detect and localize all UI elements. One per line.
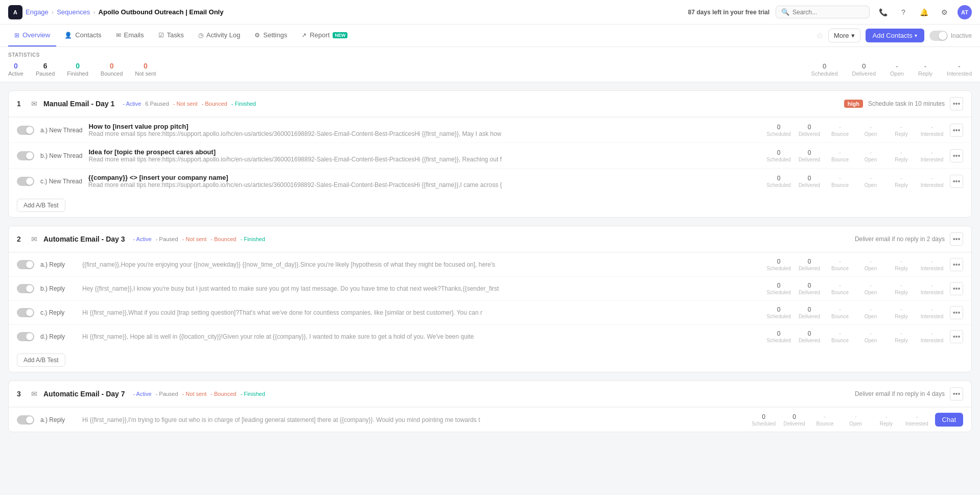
add-contacts-button[interactable]: Add Contacts ▾	[866, 29, 924, 42]
avatar[interactable]: AT	[958, 5, 972, 19]
more-label: More	[834, 32, 849, 39]
email-menu-1-b[interactable]: •••	[950, 149, 963, 162]
step-header-right-2: Deliver email if no reply in 2 days •••	[855, 232, 963, 246]
stat-scheduled-label: Scheduled	[811, 70, 838, 77]
email-toggle-3-a[interactable]	[17, 415, 34, 425]
stat-interested: - Interested	[947, 62, 972, 77]
email-toggle-2-c[interactable]	[17, 308, 34, 317]
star-button[interactable]: ☆	[816, 31, 823, 40]
step-meta-2: Deliver email if no reply in 2 days	[855, 235, 945, 243]
stat-interested-label: Interested	[947, 70, 972, 77]
settings-icon[interactable]: ⚙	[937, 5, 951, 19]
step-num-1: 1	[17, 100, 25, 108]
add-ab-button-1[interactable]: Add A/B Test	[17, 199, 65, 212]
step-card-3: 3 ✉ Automatic Email - Day 7 - Active - P…	[8, 381, 972, 432]
email-content-3-a[interactable]: Hi {{first_name}},I'm trying to figure o…	[82, 416, 745, 423]
tab-tasks[interactable]: ☑ Tasks	[152, 25, 190, 46]
email-menu-1-a[interactable]: •••	[950, 124, 963, 137]
stat-active-label: Active	[8, 70, 24, 77]
stat-open-num: -	[896, 62, 898, 70]
email-toggle-1-c[interactable]	[17, 177, 34, 186]
email-label-2-b: b.) Reply	[40, 285, 76, 292]
activity-icon: ◷	[198, 32, 203, 39]
email-content-2-c[interactable]: Hi {{first_name}},What if you could [tra…	[82, 309, 760, 316]
email-menu-1-c[interactable]: •••	[950, 175, 963, 188]
stats-right: 0 Scheduled 0 Delivered - Open - Reply -…	[811, 62, 972, 77]
add-ab-row-1: Add A/B Test	[9, 194, 971, 217]
email-toggle-1-b[interactable]	[17, 151, 34, 160]
search-box[interactable]: 🔍	[776, 6, 870, 18]
tab-settings[interactable]: ⚙ Settings	[248, 25, 293, 46]
step-header-2: 2 ✉ Automatic Email - Day 3 - Active - P…	[9, 226, 971, 252]
chat-button[interactable]: Chat	[935, 413, 963, 427]
step-meta-1: Schedule task in 10 minutes	[868, 100, 945, 107]
step-header-right-1: high Schedule task in 10 minutes •••	[844, 97, 963, 110]
stat-finished: 0 Finished	[67, 62, 88, 77]
email-content-2-d[interactable]: Hi {{first_name}}, Hope all is well in {…	[82, 333, 760, 340]
tab-report[interactable]: ↗ Report NEW	[295, 25, 354, 46]
email-row-2-b: b.) Reply Hey {{first_name}},I know you'…	[9, 276, 971, 300]
email-toggle-2-b[interactable]	[17, 284, 34, 293]
email-content-1-a[interactable]: How to [insert value prop pitch] Read mo…	[88, 123, 760, 137]
email-row-1-a: a.) New Thread How to [insert value prop…	[9, 117, 971, 143]
active-toggle-wrap: Inactive	[929, 31, 972, 41]
email-menu-2-b[interactable]: •••	[950, 282, 963, 295]
email-stats-3-a: 0Scheduled 0Delivered -Bounce -Open -Rep…	[751, 413, 963, 427]
step-badges-1: - Active 6 Paused - Not sent - Bounced -…	[123, 101, 256, 107]
tab-activity-log[interactable]: ◷ Activity Log	[192, 25, 246, 46]
step-badge-active-1: - Active	[123, 101, 141, 107]
email-toggle-1-a[interactable]	[17, 126, 34, 135]
step-title-2: Automatic Email - Day 3	[43, 235, 125, 243]
search-input[interactable]	[792, 9, 864, 16]
email-content-1-c[interactable]: {{company}} <> [insert your company name…	[88, 174, 760, 188]
tab-overview[interactable]: ⊞ Overview	[8, 25, 56, 46]
email-menu-2-a[interactable]: •••	[950, 258, 963, 271]
breadcrumb-sequences[interactable]: Sequences	[57, 8, 90, 16]
step-badge-not-sent-3: - Not sent	[182, 391, 207, 397]
step-menu-button-1[interactable]: •••	[950, 97, 963, 110]
bell-icon[interactable]: 🔔	[917, 5, 931, 19]
step-header-1: 1 ✉ Manual Email - Day 1 - Active 6 Paus…	[9, 91, 971, 117]
stats-left: 0 Active 6 Paused 0 Finished 0 Bounced 0…	[8, 62, 156, 77]
email-toggle-2-a[interactable]	[17, 260, 34, 269]
step-email-icon-3: ✉	[31, 390, 37, 398]
stat-reply-label: Reply	[918, 70, 932, 77]
statistics-heading: STATISTICS	[8, 52, 972, 58]
question-icon[interactable]: ?	[896, 5, 911, 19]
email-label-2-c: c.) Reply	[40, 309, 76, 316]
step-card-2: 2 ✉ Automatic Email - Day 3 - Active - P…	[8, 226, 972, 372]
email-content-2-a[interactable]: {{first_name}},Hope you're enjoying your…	[82, 261, 760, 268]
stat-active: 0 Active	[8, 62, 24, 77]
stat-reply: - Reply	[918, 62, 932, 77]
email-label-1-c: c.) New Thread	[40, 178, 82, 185]
email-content-1-b[interactable]: Idea for [topic the prospect cares about…	[88, 148, 760, 163]
email-content-2-b[interactable]: Hey {{first_name}},I know you're busy bu…	[82, 285, 760, 292]
step-num-3: 3	[17, 390, 25, 398]
tab-contacts[interactable]: 👤 Contacts	[58, 25, 107, 46]
step-menu-button-3[interactable]: •••	[950, 387, 963, 400]
stat-bounced-num: 0	[110, 62, 114, 70]
tab-emails[interactable]: ✉ Emails	[110, 25, 150, 46]
contacts-icon: 👤	[64, 32, 72, 39]
stat-scheduled-num: 0	[823, 62, 826, 70]
stat-active-num: 0	[14, 62, 18, 70]
step-card-1: 1 ✉ Manual Email - Day 1 - Active 6 Paus…	[8, 90, 972, 218]
more-button[interactable]: More ▾	[828, 29, 860, 42]
email-row-2-a: a.) Reply {{first_name}},Hope you're enj…	[9, 252, 971, 276]
email-label-2-d: d.) Reply	[40, 333, 76, 340]
step-badges-3: - Active - Paused - Not sent - Bounced -…	[133, 391, 265, 397]
app-logo: A	[8, 5, 22, 19]
step-menu-button-2[interactable]: •••	[950, 232, 963, 246]
email-menu-2-c[interactable]: •••	[950, 306, 963, 319]
phone-icon[interactable]: 📞	[876, 5, 890, 19]
email-label-3-a: a.) Reply	[40, 416, 76, 423]
active-toggle[interactable]	[929, 31, 948, 41]
email-menu-2-d[interactable]: •••	[950, 330, 963, 343]
more-chevron-icon: ▾	[851, 32, 855, 39]
step-badge-finished-1: - Finished	[231, 101, 256, 107]
email-toggle-2-d[interactable]	[17, 332, 34, 341]
breadcrumb-engage[interactable]: Engage	[26, 8, 49, 16]
add-ab-button-2[interactable]: Add A/B Test	[17, 353, 65, 367]
statistics-row: 0 Active 6 Paused 0 Finished 0 Bounced 0…	[8, 62, 972, 77]
tasks-icon: ☑	[158, 32, 164, 39]
